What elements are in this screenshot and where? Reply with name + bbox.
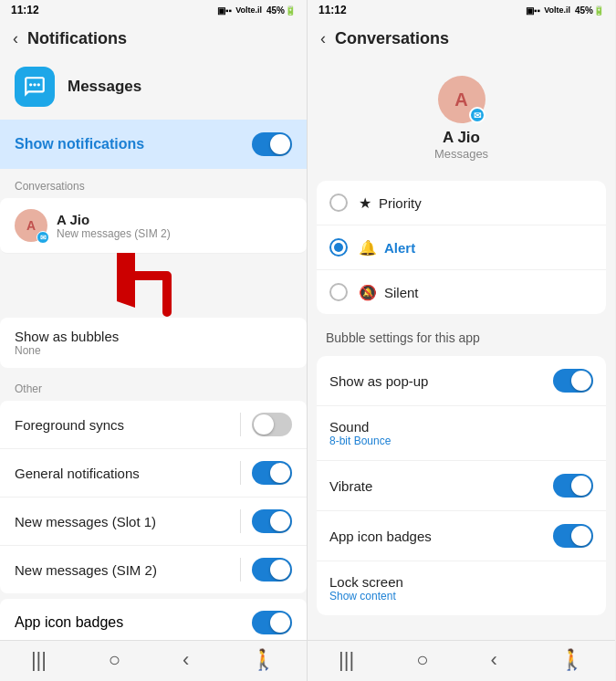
vibrate-label: Vibrate bbox=[329, 478, 372, 494]
app-name-label: Messages bbox=[68, 78, 141, 96]
contact-row[interactable]: A ✉ A Jio New messages (SIM 2) bbox=[0, 198, 307, 254]
red-arrow-icon bbox=[117, 253, 190, 317]
time-right: 11:12 bbox=[318, 4, 347, 16]
svg-point-1 bbox=[33, 83, 36, 86]
svg-point-0 bbox=[29, 83, 32, 86]
conv-avatar-badge: ✉ bbox=[469, 107, 485, 123]
setting-sound[interactable]: Sound 8-bit Bounce bbox=[317, 406, 606, 461]
priority-section: ★ Priority 🔔 Alert 🔕 Silent bbox=[317, 181, 606, 314]
lock-label: Lock screen bbox=[329, 574, 403, 590]
badges-row-left[interactable]: App icon badges bbox=[0, 599, 307, 640]
show-notifications-toggle[interactable] bbox=[252, 132, 292, 156]
show-as-bubbles-row[interactable]: Show as bubbles None bbox=[0, 318, 307, 368]
nav-accessibility-right[interactable]: 🚶 bbox=[559, 648, 584, 672]
popup-toggle[interactable] bbox=[553, 369, 593, 393]
lock-value: Show content bbox=[329, 590, 403, 602]
conv-subtitle: Messages bbox=[434, 147, 488, 161]
svg-point-2 bbox=[37, 83, 40, 86]
priority-option[interactable]: ★ Priority bbox=[317, 181, 606, 225]
other-item-label-0: Foreground syncs bbox=[15, 417, 124, 433]
status-bar-right: 11:12 ▣▪▪ Volte.il 45%🔋 bbox=[308, 0, 615, 20]
badges-toggle-right[interactable] bbox=[553, 524, 593, 548]
vibrate-toggle[interactable] bbox=[553, 474, 593, 498]
other-section-label: Other bbox=[0, 373, 307, 399]
other-item-0[interactable]: Foreground syncs bbox=[0, 401, 307, 449]
alert-option[interactable]: 🔔 Alert bbox=[317, 225, 606, 270]
page-title-right: Conversations bbox=[335, 29, 449, 48]
contact-name: A Jio bbox=[57, 212, 171, 227]
popup-label: Show as pop-up bbox=[329, 373, 428, 389]
setting-badges[interactable]: App icon badges bbox=[317, 511, 606, 561]
priority-label: ★ Priority bbox=[359, 194, 422, 212]
sound-value: 8-bit Bounce bbox=[329, 435, 391, 447]
red-arrow-container bbox=[0, 257, 307, 312]
conv-header: A ✉ A Jio Messages bbox=[308, 58, 615, 175]
priority-radio[interactable] bbox=[329, 194, 348, 212]
other-item-toggle-2[interactable] bbox=[252, 509, 292, 533]
status-bar-left: 11:12 ▣▪▪ Volte.il 45%🔋 bbox=[0, 0, 307, 20]
messages-icon bbox=[23, 75, 47, 99]
left-panel: 11:12 ▣▪▪ Volte.il 45%🔋 ‹ Notifications … bbox=[0, 0, 308, 681]
silent-label: 🔕 Silent bbox=[359, 284, 419, 301]
back-button-left[interactable]: ‹ bbox=[13, 29, 18, 48]
status-icons-right: ▣▪▪ Volte.il 45%🔋 bbox=[526, 5, 604, 16]
header-right: ‹ Conversations bbox=[308, 20, 615, 58]
page-title-left: Notifications bbox=[27, 29, 127, 48]
other-item-label-1: General notifications bbox=[15, 466, 140, 481]
left-scrollable: Show notifications Conversations A ✉ A J… bbox=[0, 118, 307, 640]
nav-recents-right[interactable]: ||| bbox=[339, 648, 354, 672]
show-notifications-row[interactable]: Show notifications bbox=[0, 120, 307, 169]
bottom-nav-left: ||| ○ ‹ 🚶 bbox=[0, 640, 307, 681]
bubble-header: Bubble settings for this app bbox=[308, 320, 615, 351]
bell-off-icon: 🔕 bbox=[359, 284, 377, 301]
bell-icon: 🔔 bbox=[359, 239, 377, 257]
nav-accessibility-left[interactable]: 🚶 bbox=[251, 648, 276, 672]
conversations-section-label: Conversations bbox=[0, 171, 307, 196]
other-item-3[interactable]: New messages (SIM 2) bbox=[0, 546, 307, 593]
setting-lock[interactable]: Lock screen Show content bbox=[317, 561, 606, 615]
other-item-label-3: New messages (SIM 2) bbox=[15, 562, 157, 578]
contact-info: A ✉ A Jio New messages (SIM 2) bbox=[15, 209, 171, 242]
bubbles-label: Show as bubbles bbox=[15, 329, 292, 344]
other-item-toggle-1[interactable] bbox=[252, 461, 292, 485]
badges-label-left: App icon badges bbox=[15, 614, 123, 631]
other-item-toggle-0[interactable] bbox=[252, 413, 292, 436]
silent-radio[interactable] bbox=[329, 283, 348, 301]
app-icon-messages bbox=[15, 67, 55, 107]
alert-radio[interactable] bbox=[329, 238, 348, 257]
setting-vibrate[interactable]: Vibrate bbox=[317, 461, 606, 511]
other-item-2[interactable]: New messages (Slot 1) bbox=[0, 498, 307, 546]
nav-back-right[interactable]: ‹ bbox=[491, 648, 497, 672]
show-notifications-label: Show notifications bbox=[15, 136, 144, 152]
badges-toggle-left[interactable] bbox=[252, 611, 292, 634]
other-item-toggle-3[interactable] bbox=[252, 558, 292, 581]
right-scrollable: ★ Priority 🔔 Alert 🔕 Silent Bubble bbox=[308, 175, 615, 640]
other-items-group: Foreground syncs General notifications N… bbox=[0, 401, 307, 593]
nav-home-left[interactable]: ○ bbox=[109, 648, 120, 672]
star-icon: ★ bbox=[359, 194, 371, 212]
other-item-1[interactable]: General notifications bbox=[0, 449, 307, 498]
contact-text: A Jio New messages (SIM 2) bbox=[57, 212, 171, 240]
back-button-right[interactable]: ‹ bbox=[320, 29, 326, 48]
conv-avatar: A ✉ bbox=[438, 76, 485, 123]
nav-recents-left[interactable]: ||| bbox=[31, 648, 47, 672]
alert-label: 🔔 Alert bbox=[359, 239, 415, 257]
status-icons-left: ▣▪▪ Volte.il 45%🔋 bbox=[217, 5, 296, 16]
header-left: ‹ Notifications bbox=[0, 20, 307, 58]
sound-label: Sound bbox=[329, 419, 391, 435]
bubbles-value: None bbox=[15, 344, 292, 357]
conv-name: A Jio bbox=[443, 129, 480, 147]
badges-label-right: App icon badges bbox=[329, 529, 432, 544]
setting-popup[interactable]: Show as pop-up bbox=[317, 356, 606, 406]
time-left: 11:12 bbox=[11, 4, 39, 16]
settings-block: Show as pop-up Sound 8-bit Bounce Vibrat… bbox=[317, 356, 606, 615]
avatar-badge: ✉ bbox=[37, 231, 49, 244]
bottom-nav-right: ||| ○ ‹ 🚶 bbox=[308, 640, 615, 681]
toggle-knob bbox=[270, 134, 290, 154]
silent-option[interactable]: 🔕 Silent bbox=[317, 270, 606, 314]
contact-subtitle: New messages (SIM 2) bbox=[57, 227, 171, 240]
nav-home-right[interactable]: ○ bbox=[416, 648, 428, 672]
app-info-row: Messages bbox=[0, 58, 307, 118]
nav-back-left[interactable]: ‹ bbox=[183, 648, 189, 672]
right-panel: 11:12 ▣▪▪ Volte.il 45%🔋 ‹ Conversations … bbox=[308, 0, 615, 681]
